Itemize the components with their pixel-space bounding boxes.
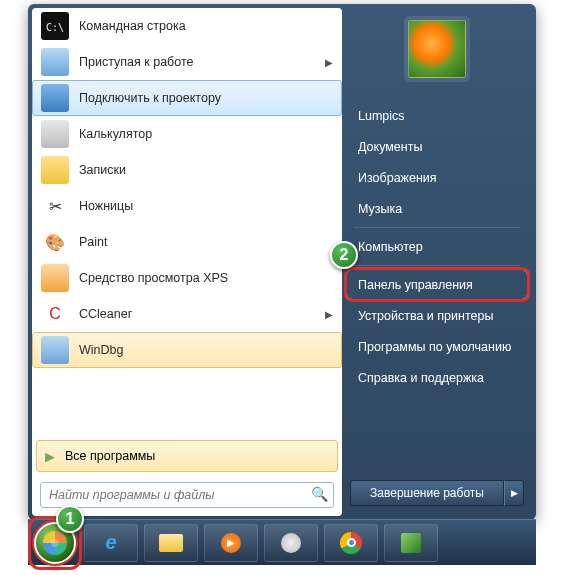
ie-icon: e — [105, 531, 116, 554]
all-programs-label: Все программы — [65, 449, 155, 463]
search-input[interactable] — [40, 482, 334, 508]
program-item[interactable]: CCCleaner▶ — [32, 296, 342, 332]
right-pane-item[interactable]: Документы — [346, 131, 528, 162]
program-list: C:\Командная строкаПриступая к работе▶По… — [32, 8, 342, 436]
projector-icon — [41, 84, 69, 112]
chevron-right-icon: ▶ — [325, 57, 333, 68]
cube-icon — [401, 533, 421, 553]
taskbar-explorer-button[interactable] — [144, 524, 198, 562]
wmp-icon: ▶ — [221, 533, 241, 553]
chevron-right-icon: ▶ — [325, 309, 333, 320]
search-icon: 🔍 — [311, 486, 328, 502]
taskbar-chrome-button[interactable] — [324, 524, 378, 562]
right-pane-item[interactable]: Программы по умолчанию — [346, 331, 528, 362]
program-label: CCleaner — [79, 307, 132, 321]
right-pane-item[interactable]: Устройства и принтеры — [346, 300, 528, 331]
program-item[interactable]: ✂Ножницы — [32, 188, 342, 224]
shutdown-options-button[interactable]: ▶ — [504, 480, 524, 506]
start-menu-left-pane: C:\Командная строкаПриступая к работе▶По… — [32, 8, 342, 516]
shutdown-button[interactable]: Завершение работы — [350, 480, 504, 506]
program-item[interactable]: Подключить к проектору — [32, 80, 342, 116]
calculator-icon — [41, 120, 69, 148]
program-label: Подключить к проектору — [79, 91, 221, 105]
ccleaner-icon: C — [41, 300, 69, 328]
program-label: Приступая к работе — [79, 55, 193, 69]
program-item[interactable]: Средство просмотра XPS — [32, 260, 342, 296]
program-label: Калькулятор — [79, 127, 152, 141]
user-avatar[interactable] — [408, 20, 466, 78]
taskbar-ie-button[interactable]: e — [84, 524, 138, 562]
start-menu-right-pane: LumpicsДокументыИзображенияМузыкаКомпьют… — [342, 8, 532, 516]
start-menu: C:\Командная строкаПриступая к работе▶По… — [28, 4, 536, 520]
program-label: Ножницы — [79, 199, 133, 213]
program-item[interactable]: Приступая к работе▶ — [32, 44, 342, 80]
chrome-icon — [340, 532, 362, 554]
taskbar-cube-button[interactable] — [384, 524, 438, 562]
folder-icon — [159, 534, 183, 552]
program-label: Paint — [79, 235, 108, 249]
program-label: Записки — [79, 163, 126, 177]
circle-icon — [281, 533, 301, 553]
right-pane-item[interactable]: Компьютер — [346, 231, 528, 262]
taskbar-blank-button[interactable] — [264, 524, 318, 562]
arrow-right-icon: ▶ — [45, 449, 55, 464]
windbg-icon — [41, 336, 69, 364]
sticky-notes-icon — [41, 156, 69, 184]
getting-started-icon — [41, 48, 69, 76]
snipping-icon: ✂ — [41, 192, 69, 220]
taskbar: e ▶ — [28, 519, 536, 565]
program-item[interactable]: 🎨Paint — [32, 224, 342, 260]
shutdown-row: Завершение работы ▶ — [346, 476, 528, 510]
program-label: Командная строка — [79, 19, 186, 33]
program-item[interactable]: C:\Командная строка — [32, 8, 342, 44]
paint-icon: 🎨 — [41, 228, 69, 256]
separator — [354, 227, 520, 228]
right-pane-item[interactable]: Музыка — [346, 193, 528, 224]
xps-icon — [41, 264, 69, 292]
annotation-marker-1: 1 — [56, 505, 84, 533]
right-pane-item[interactable]: Справка и поддержка — [346, 362, 528, 393]
annotation-marker-2: 2 — [330, 241, 358, 269]
shutdown-label: Завершение работы — [370, 486, 484, 500]
right-pane-item[interactable]: Изображения — [346, 162, 528, 193]
right-pane-item[interactable]: Панель управления — [346, 269, 528, 300]
all-programs-button[interactable]: ▶ Все программы — [36, 440, 338, 472]
taskbar-wmp-button[interactable]: ▶ — [204, 524, 258, 562]
program-item[interactable]: WinDbg — [32, 332, 342, 368]
cmd-icon: C:\ — [41, 12, 69, 40]
separator — [354, 265, 520, 266]
right-pane-item[interactable]: Lumpics — [346, 100, 528, 131]
program-label: WinDbg — [79, 343, 123, 357]
program-label: Средство просмотра XPS — [79, 271, 228, 285]
program-item[interactable]: Записки — [32, 152, 342, 188]
program-item[interactable]: Калькулятор — [32, 116, 342, 152]
